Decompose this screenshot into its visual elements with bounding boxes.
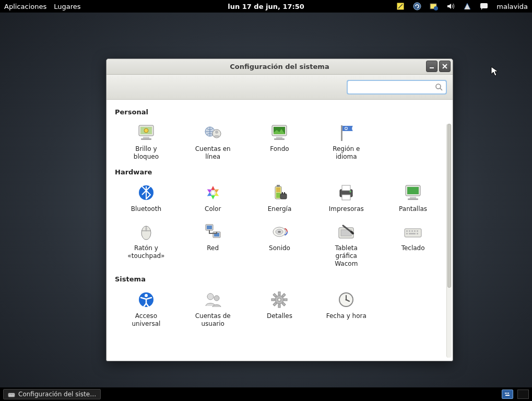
svg-rect-78 [504, 392, 511, 397]
item-universal-access[interactable]: Acceso universal [114, 286, 179, 331]
svg-point-14 [215, 131, 218, 134]
item-brightness-lock[interactable]: Brillo y bloqueo [114, 119, 179, 164]
item-region-language[interactable]: Región e idioma [314, 119, 379, 164]
close-button[interactable] [439, 61, 451, 72]
svg-point-60 [207, 293, 214, 300]
svg-rect-67 [282, 293, 286, 297]
item-label: Fondo [270, 145, 289, 153]
scrollbar-thumb[interactable] [447, 124, 451, 288]
svg-rect-66 [284, 299, 287, 301]
svg-rect-5 [430, 67, 434, 68]
item-label: Impresoras [329, 205, 364, 213]
item-label: Bluetooth [131, 205, 161, 213]
svg-rect-31 [342, 185, 350, 191]
users-icon [203, 289, 223, 310]
item-printers[interactable]: Impresoras [314, 179, 379, 216]
item-network[interactable]: Red [181, 218, 245, 271]
titlebar[interactable]: Configuración del sistema [107, 59, 453, 75]
svg-point-22 [211, 191, 215, 195]
svg-point-1 [413, 3, 421, 10]
svg-point-46 [278, 231, 281, 233]
svg-rect-79 [505, 393, 506, 394]
svg-rect-25 [276, 193, 280, 198]
workspace-switcher[interactable] [517, 390, 529, 399]
svg-point-59 [145, 294, 148, 297]
volume-tray-icon[interactable] [446, 2, 455, 10]
item-color[interactable]: Color [181, 179, 245, 216]
scrollbar[interactable] [446, 124, 452, 358]
section-system: Acceso universal Cuentas de usuario Deta… [114, 286, 445, 331]
svg-rect-52 [411, 230, 413, 232]
item-user-accounts[interactable]: Cuentas de usuario [181, 286, 245, 331]
svg-rect-54 [417, 230, 418, 232]
notes-tray-icon[interactable] [396, 2, 405, 10]
svg-rect-77 [13, 394, 14, 395]
svg-rect-55 [406, 233, 408, 234]
item-details[interactable]: Detalles [247, 286, 312, 331]
item-label: Teclado [401, 244, 425, 252]
item-label: Sonido [269, 244, 290, 252]
network-icon [203, 221, 223, 242]
item-keyboard[interactable]: Teclado [381, 218, 445, 271]
top-panel: Aplicaciones Lugares lun 17 de jun, 17:5… [0, 0, 532, 13]
update-tray-icon[interactable] [413, 2, 421, 10]
item-label: Acceso universal [132, 312, 160, 328]
item-sound[interactable]: Sonido [247, 218, 312, 271]
item-label: Color [205, 205, 221, 213]
item-date-time[interactable]: Fecha y hora [314, 286, 379, 331]
svg-rect-27 [280, 194, 287, 199]
svg-rect-82 [505, 395, 510, 396]
item-bluetooth[interactable]: Bluetooth [114, 179, 179, 216]
svg-rect-56 [409, 233, 416, 234]
mouse-cursor-icon [491, 66, 499, 77]
chat-tray-icon[interactable] [480, 2, 488, 10]
minimize-button[interactable] [426, 61, 438, 72]
item-label: Fecha y hora [326, 312, 367, 320]
svg-rect-69 [273, 293, 277, 297]
svg-rect-75 [9, 394, 10, 395]
svg-rect-37 [408, 198, 418, 200]
svg-rect-50 [406, 230, 408, 232]
item-label: Región e idioma [333, 145, 360, 161]
svg-rect-70 [282, 302, 286, 306]
item-wacom[interactable]: Tableta gráfica Wacom [314, 218, 379, 271]
svg-rect-53 [414, 230, 416, 232]
item-mouse-touchpad[interactable]: Ratón y «touchpad» [114, 218, 179, 271]
svg-rect-29 [284, 192, 285, 194]
item-label: Pantallas [399, 205, 427, 213]
svg-rect-36 [410, 197, 416, 198]
item-power[interactable]: Energía [247, 179, 312, 216]
user-menu[interactable]: malavida [496, 3, 528, 10]
svg-rect-26 [276, 187, 280, 192]
bluetooth-icon [136, 182, 157, 203]
system-settings-window: Configuración del sistema Personal [106, 58, 453, 361]
keyboard-layout-indicator[interactable] [502, 390, 513, 399]
item-displays[interactable]: Pantallas [381, 179, 445, 216]
section-personal-title: Personal [115, 108, 445, 116]
applications-menu[interactable]: Aplicaciones [4, 3, 46, 10]
item-label: Tableta gráfica Wacom [335, 244, 358, 268]
clock-icon [336, 289, 357, 310]
item-label: Brillo y bloqueo [134, 145, 159, 161]
search-input[interactable] [347, 80, 446, 94]
battery-icon [269, 182, 290, 203]
svg-point-33 [350, 191, 351, 193]
taskbar-task-settings[interactable]: Configuración del siste… [3, 389, 101, 399]
mail-tray-icon[interactable] [430, 2, 438, 10]
task-label: Configuración del siste… [18, 391, 96, 398]
svg-point-9 [144, 128, 148, 133]
item-background[interactable]: Fondo [247, 119, 312, 164]
places-menu[interactable]: Lugares [54, 3, 80, 10]
section-hardware: Bluetooth Color Energía Impresoras [114, 179, 445, 271]
item-label: Detalles [267, 312, 292, 320]
section-personal: Brillo y bloqueo Cuentas en línea Fondo … [114, 119, 445, 164]
item-label: Red [207, 244, 219, 252]
clock[interactable]: lun 17 de jun, 17:50 [228, 3, 304, 10]
speaker-icon [269, 221, 290, 242]
tablet-icon [336, 221, 357, 242]
accessibility-icon [136, 289, 157, 310]
task-icon [8, 391, 15, 398]
item-online-accounts[interactable]: Cuentas en línea [181, 119, 245, 164]
accessibility-tray-icon[interactable] [463, 2, 471, 10]
svg-rect-80 [506, 393, 507, 394]
